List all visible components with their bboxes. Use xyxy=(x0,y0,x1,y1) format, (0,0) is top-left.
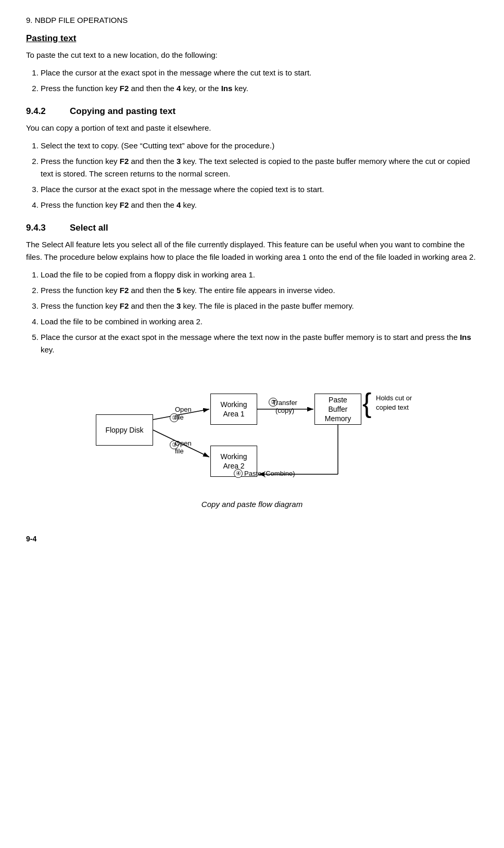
paste-buffer-memory-box: PasteBufferMemory xyxy=(314,394,361,425)
page-footer: 9-4 xyxy=(26,535,478,543)
list-item: Select the text to copy. (See “Cutting t… xyxy=(41,140,478,152)
pasting-intro: To paste the cut text to a new location,… xyxy=(26,49,478,61)
pasting-title: Pasting text xyxy=(26,33,478,44)
list-item: Press the function key F2 and then the 4… xyxy=(41,199,478,211)
floppy-disk-box: Floppy Disk xyxy=(96,414,153,446)
holds-text: Holds cut orcopied text xyxy=(376,394,412,412)
list-item: Load the file to be combined in working … xyxy=(41,315,478,328)
open-file-bottom-label: Openfile xyxy=(175,439,192,455)
section-943-heading: 9.4.3 Select all xyxy=(26,223,478,233)
transfer-copy-label: Transfer(copy) xyxy=(264,399,306,414)
list-item: Place the cursor at the exact spot in th… xyxy=(41,331,478,356)
paste-combine-label: Paste (Combine) xyxy=(244,470,295,477)
list-item: Load the file to be copied from a floppy… xyxy=(41,269,478,281)
section-942-heading: 9.4.2 Copying and pasting text xyxy=(26,106,478,117)
page-header: 9. NBDP FILE OPERATIONS xyxy=(26,16,478,24)
list-item: Press the function key F2 and then the 5… xyxy=(41,284,478,297)
list-item: Place the cursor at the exact spot in th… xyxy=(41,67,478,79)
pasting-steps: Place the cursor at the exact spot in th… xyxy=(41,67,478,95)
list-item: Place the cursor at the exact spot in th… xyxy=(41,183,478,196)
step-4-circle: ④ xyxy=(234,469,243,478)
list-item: Press the function key F2 and then the 3… xyxy=(41,300,478,312)
section-943-steps: Load the file to be copied from a floppy… xyxy=(41,269,478,356)
open-file-top-label: Openfile xyxy=(175,406,192,421)
section-942-steps: Select the text to copy. (See “Cutting t… xyxy=(41,140,478,211)
section-942-intro: You can copy a portion of text and paste… xyxy=(26,122,478,134)
brace-icon: { xyxy=(362,389,371,416)
section-943-intro: The Select All feature lets you select a… xyxy=(26,238,478,263)
flow-diagram: Floppy Disk WorkingArea 1 WorkingArea 2 … xyxy=(91,373,413,492)
list-item: Press the function key F2 and then the 4… xyxy=(41,82,478,95)
list-item: Press the function key F2 and then the 3… xyxy=(41,155,478,180)
working-area-1-box: WorkingArea 1 xyxy=(210,394,257,425)
diagram-caption: Copy and paste flow diagram xyxy=(201,500,303,509)
